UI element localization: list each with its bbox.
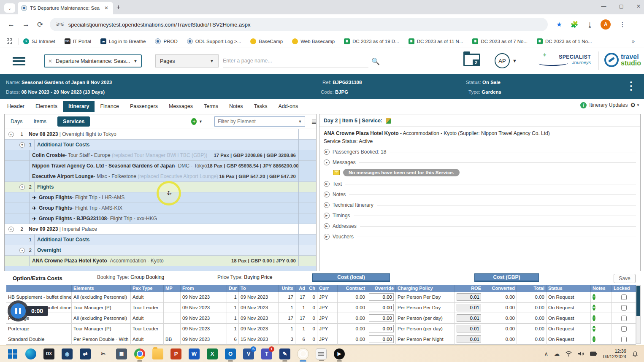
locked-checkbox[interactable] xyxy=(621,294,627,300)
downloads-icon[interactable]: ⭳ xyxy=(587,21,593,28)
bookmark-item[interactable]: 🗎DC 2023 as of 1 No... xyxy=(537,38,592,44)
extensions-icon[interactable]: 🧩 xyxy=(571,21,579,28)
edge-icon[interactable] xyxy=(25,348,36,359)
section-addresses[interactable]: ▶Addresses xyxy=(324,223,636,229)
section-passengersbooked[interactable]: ▶Passengers Booked: 18 xyxy=(324,149,636,155)
expand-icon[interactable]: ▶ xyxy=(324,192,330,197)
open-tours-folder-button[interactable]: 2 xyxy=(463,54,480,66)
calculator-icon[interactable]: ▦ xyxy=(116,348,127,359)
back-icon[interactable]: ← xyxy=(8,20,15,29)
search-icon[interactable]: 🔍 xyxy=(371,57,380,65)
panel-tab-days[interactable]: Days xyxy=(11,119,22,124)
tree-row[interactable]: 1Additional Tour Costs xyxy=(5,235,316,245)
expand-icon[interactable]: ▶ xyxy=(324,202,330,208)
chevron-down-icon[interactable]: ▼ xyxy=(199,119,203,124)
snipping-tool-icon[interactable]: ✂ xyxy=(98,348,109,359)
section-timings[interactable]: ▶Timings xyxy=(324,213,636,219)
roe-input[interactable] xyxy=(457,304,481,311)
locked-checkbox[interactable] xyxy=(621,305,627,311)
bookmark-item[interactable]: ODL Support Log >... xyxy=(187,38,241,44)
taskbar-clock[interactable]: 12:39 03/12/2024 xyxy=(603,348,626,359)
add-service-button[interactable]: + xyxy=(191,118,196,125)
browser-tab[interactable]: TS Departure Maintenance: Sea✕ xyxy=(18,2,113,14)
bookmark-item[interactable]: SDIT Portal xyxy=(65,38,91,44)
bookmark-item[interactable]: 🗎DC 2023 as of 7 No... xyxy=(472,38,528,44)
main-tab-tasks[interactable]: Tasks xyxy=(249,101,273,112)
costs-grid-row[interactable]: HB Supplement - buffet dinnerTour Manage… xyxy=(6,303,636,313)
browser-profile-avatar[interactable]: A xyxy=(601,19,611,30)
main-tab-terms[interactable]: Terms xyxy=(198,101,224,112)
pages-select[interactable]: Pages ▼ xyxy=(155,54,219,68)
locked-checkbox[interactable] xyxy=(621,337,627,342)
powerpoint-icon[interactable]: P xyxy=(170,348,181,359)
outlook-icon[interactable]: O xyxy=(225,348,236,359)
section-messages[interactable]: ▼Messages xyxy=(324,159,636,165)
speaker-icon[interactable] xyxy=(578,351,584,357)
roe-input[interactable] xyxy=(457,293,481,301)
section-vouchers[interactable]: ▶Vouchers xyxy=(324,234,636,240)
new-tab-button[interactable]: + xyxy=(116,3,120,11)
collapse-icon[interactable]: ▼ xyxy=(19,184,25,190)
main-tab-itinerary[interactable]: Itinerary xyxy=(63,101,95,112)
tree-row[interactable]: Executive Airport Lounge - Misc - Folkes… xyxy=(5,171,316,182)
override-input[interactable] xyxy=(369,335,394,343)
filter-by-element-input[interactable] xyxy=(218,119,298,124)
locked-checkbox[interactable] xyxy=(621,326,627,332)
tab-close-icon[interactable]: ✕ xyxy=(103,5,110,11)
tray-chevron-icon[interactable]: ∧ xyxy=(544,351,548,357)
override-input[interactable] xyxy=(369,304,394,311)
banner-kebab-menu-icon[interactable]: ••• xyxy=(630,80,632,92)
override-input[interactable] xyxy=(369,314,394,322)
panel-tab-services[interactable]: Services xyxy=(57,116,90,127)
bookmarks-overflow-icon[interactable]: » xyxy=(632,38,635,44)
collapse-icon[interactable]: ▼ xyxy=(19,142,25,148)
section-notes[interactable]: ▶Notes xyxy=(324,192,636,197)
section-text[interactable]: ▶Text xyxy=(324,181,636,187)
minimize-icon[interactable]: — xyxy=(601,3,606,9)
dx-app-icon[interactable]: DX xyxy=(43,348,54,359)
page-name-input[interactable] xyxy=(223,54,368,68)
roe-input[interactable] xyxy=(457,325,481,332)
wifi-icon[interactable] xyxy=(566,351,572,357)
list-view-icon[interactable]: ≣ xyxy=(311,118,316,125)
main-tab-addons[interactable]: Add-ons xyxy=(273,101,304,112)
main-tab-finance[interactable]: Finance xyxy=(95,101,124,112)
bookmark-item[interactable]: PROD xyxy=(155,38,177,44)
tree-row[interactable]: ✈Group Flights - BJPG231108 - Flight Tri… xyxy=(5,213,316,224)
close-icon[interactable]: ✕ xyxy=(636,3,641,9)
bookmark-item[interactable]: ☁Log in to Breathe xyxy=(100,38,146,44)
browser-menu-icon[interactable]: ⋮ xyxy=(619,21,625,28)
reload-icon[interactable]: ⟳ xyxy=(37,20,43,29)
collapse-icon[interactable]: ▼ xyxy=(324,159,330,165)
site-settings-icon[interactable]: ⚞⚟ xyxy=(56,22,64,27)
collapse-icon[interactable]: ▼ xyxy=(19,248,25,253)
itinerary-updates-control[interactable]: i Itinerary Updates ⚙ ▼ xyxy=(580,102,640,108)
bookmark-item[interactable]: 🗎DC 2023 as of 19 D... xyxy=(344,38,399,44)
panel-tab-items[interactable]: Items xyxy=(33,119,46,124)
tree-row[interactable]: Nippon Travel Agency Co. Ltd - Seasonal … xyxy=(5,161,316,171)
collapse-icon[interactable]: ▼ xyxy=(8,227,14,232)
media-player-icon[interactable]: ▶ xyxy=(334,348,345,359)
contacts-app-icon[interactable]: ◉ xyxy=(62,348,73,359)
costs-grid-row[interactable]: HB Supplement - buffet dinnerAll (exclud… xyxy=(6,292,636,303)
save-button[interactable]: Save xyxy=(614,274,636,283)
user-menu[interactable]: AP ▼ xyxy=(495,53,517,68)
add-note-icon[interactable]: + xyxy=(593,305,595,311)
override-input[interactable] xyxy=(369,293,394,301)
hamburger-menu-icon[interactable] xyxy=(13,57,25,67)
main-tab-messages[interactable]: Messages xyxy=(163,101,198,112)
costs-grid-row[interactable]: PorterageAll (excluding Personnel)Adult0… xyxy=(6,313,636,324)
page-selector-dropdown[interactable]: ✕ Departure Maintenance: Seas... ▼ xyxy=(44,54,142,68)
expand-icon[interactable]: ▶ xyxy=(324,181,330,187)
expand-icon[interactable]: ▶ xyxy=(324,234,330,240)
add-note-icon[interactable]: + xyxy=(593,336,595,342)
tree-row[interactable]: ▼2Overnight xyxy=(5,245,316,256)
costs-grid-row[interactable]: Standard DoublePer Person Double - With … xyxy=(6,334,636,345)
recorder-app-icon[interactable] xyxy=(298,348,308,359)
gear-icon[interactable]: ⚙ xyxy=(630,102,636,108)
teamviewer-icon[interactable]: ⇄ xyxy=(80,348,91,359)
add-note-icon[interactable]: + xyxy=(593,315,595,321)
bookmark-item[interactable]: 🗎DC 2023 as of 11 N... xyxy=(409,38,463,44)
locked-checkbox[interactable] xyxy=(621,316,627,321)
tree-row[interactable]: Colin Crosbie - Tour Staff - Europe (rep… xyxy=(5,150,316,161)
